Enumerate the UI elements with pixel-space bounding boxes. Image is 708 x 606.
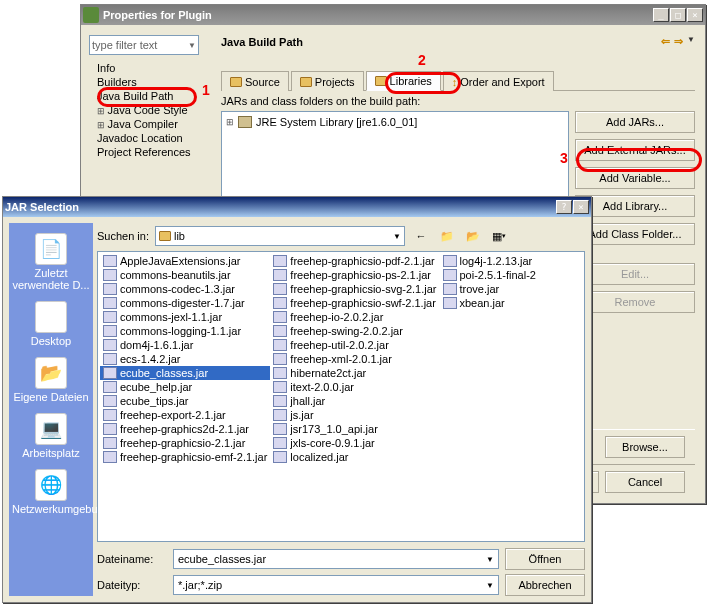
- remove-button[interactable]: Remove: [575, 291, 695, 313]
- tree-item[interactable]: Java Compiler: [97, 117, 207, 131]
- tab-libraries[interactable]: Libraries: [366, 71, 441, 91]
- file-item[interactable]: jsr173_1.0_api.jar: [270, 422, 439, 436]
- filetype-combo[interactable]: *.jar;*.zip▼: [173, 575, 499, 595]
- close-button[interactable]: ×: [687, 8, 703, 22]
- close-button[interactable]: ×: [573, 200, 589, 214]
- chevron-down-icon[interactable]: ▼: [486, 555, 494, 564]
- file-item[interactable]: freehep-graphicsio-2.1.jar: [100, 436, 270, 450]
- filename-input[interactable]: ecube_classes.jar▼: [173, 549, 499, 569]
- tree-item[interactable]: Info: [97, 61, 207, 75]
- edit-button[interactable]: Edit...: [575, 263, 695, 285]
- add-library-button[interactable]: Add Library...: [575, 195, 695, 217]
- file-item[interactable]: jxls-core-0.9.1.jar: [270, 436, 439, 450]
- jar-icon: [103, 325, 117, 337]
- jar-selection-dialog: JAR Selection ? × 📄Zuletzt verwendete D.…: [2, 196, 592, 603]
- add-class-folder-button[interactable]: Add Class Folder...: [575, 223, 695, 245]
- file-item[interactable]: freehep-graphicsio-svg-2.1.jar: [270, 282, 439, 296]
- cancel-button[interactable]: Abbrechen: [505, 574, 585, 596]
- library-icon: [238, 116, 252, 128]
- file-item[interactable]: trove.jar: [440, 282, 583, 296]
- file-item[interactable]: freehep-io-2.0.2.jar: [270, 310, 439, 324]
- chevron-down-icon[interactable]: ▼: [687, 35, 695, 48]
- tree-item-java-build-path[interactable]: Java Build Path: [97, 89, 207, 103]
- look-in-combo[interactable]: lib ▼: [155, 226, 405, 246]
- file-item[interactable]: jhall.jar: [270, 394, 439, 408]
- place-mydocs[interactable]: 📂Eigene Dateien: [12, 353, 90, 407]
- add-jars-button[interactable]: Add JARs...: [575, 111, 695, 133]
- help-button[interactable]: ?: [556, 200, 572, 214]
- place-network[interactable]: 🌐Netzwerkumgebung: [12, 465, 90, 519]
- file-item[interactable]: freehep-graphicsio-swf-2.1.jar: [270, 296, 439, 310]
- annotation-1: 1: [202, 82, 210, 98]
- chevron-down-icon[interactable]: ▼: [188, 41, 196, 50]
- file-item[interactable]: freehep-xml-2.0.1.jar: [270, 352, 439, 366]
- tab-order-export[interactable]: ↕Order and Export: [443, 71, 554, 91]
- file-item[interactable]: commons-digester-1.7.jar: [100, 296, 270, 310]
- back-icon[interactable]: ←: [411, 226, 431, 246]
- add-external-jars-button[interactable]: Add External JARs...: [575, 139, 695, 161]
- file-item[interactable]: commons-beanutils.jar: [100, 268, 270, 282]
- jar-icon: [273, 283, 287, 295]
- file-list[interactable]: AppleJavaExtensions.jarcommons-beanutils…: [97, 251, 585, 542]
- jar-icon: [103, 339, 117, 351]
- file-item[interactable]: poi-2.5.1-final-2: [440, 268, 583, 282]
- file-item[interactable]: freehep-swing-2.0.2.jar: [270, 324, 439, 338]
- place-desktop[interactable]: 🖥Desktop: [12, 297, 90, 351]
- jar-icon: [103, 381, 117, 393]
- filter-input[interactable]: type filter text ▼: [89, 35, 199, 55]
- browse-button[interactable]: Browse...: [605, 436, 685, 458]
- file-item[interactable]: js.jar: [270, 408, 439, 422]
- file-item[interactable]: ecube_help.jar: [100, 380, 270, 394]
- file-item[interactable]: freehep-graphicsio-pdf-2.1.jar: [270, 254, 439, 268]
- file-item[interactable]: log4j-1.2.13.jar: [440, 254, 583, 268]
- list-item[interactable]: JRE System Library [jre1.6.0_01]: [256, 116, 417, 128]
- file-item[interactable]: ecs-1.4.2.jar: [100, 352, 270, 366]
- file-item[interactable]: AppleJavaExtensions.jar: [100, 254, 270, 268]
- jar-icon: [273, 395, 287, 407]
- folder-icon: [375, 76, 387, 86]
- file-item[interactable]: localized.jar: [270, 450, 439, 464]
- file-item[interactable]: ecube_tips.jar: [100, 394, 270, 408]
- expand-icon[interactable]: ⊞: [226, 117, 234, 127]
- jar-icon: [103, 451, 117, 463]
- place-recent[interactable]: 📄Zuletzt verwendete D...: [12, 229, 90, 295]
- file-item[interactable]: freehep-util-2.0.2.jar: [270, 338, 439, 352]
- tree-item[interactable]: Builders: [97, 75, 207, 89]
- file-item[interactable]: freehep-graphicsio-ps-2.1.jar: [270, 268, 439, 282]
- jar-icon: [443, 283, 457, 295]
- file-item[interactable]: dom4j-1.6.1.jar: [100, 338, 270, 352]
- file-item[interactable]: commons-codec-1.3.jar: [100, 282, 270, 296]
- file-item[interactable]: ecube_classes.jar: [100, 366, 270, 380]
- tree-item[interactable]: Java Code Style: [97, 103, 207, 117]
- tree-item[interactable]: Project References: [97, 145, 207, 159]
- file-item[interactable]: itext-2.0.0.jar: [270, 380, 439, 394]
- forward-icon[interactable]: ⇒: [674, 35, 683, 48]
- file-item[interactable]: hibernate2ct.jar: [270, 366, 439, 380]
- file-item[interactable]: commons-jexl-1.1.jar: [100, 310, 270, 324]
- place-computer[interactable]: 💻Arbeitsplatz: [12, 409, 90, 463]
- minimize-button[interactable]: _: [653, 8, 669, 22]
- tree-item[interactable]: Javadoc Location: [97, 131, 207, 145]
- view-menu-icon[interactable]: ▦▾: [489, 226, 509, 246]
- chevron-down-icon[interactable]: ▼: [486, 581, 494, 590]
- file-item[interactable]: freehep-graphics2d-2.1.jar: [100, 422, 270, 436]
- open-button[interactable]: Öffnen: [505, 548, 585, 570]
- jar-icon: [443, 255, 457, 267]
- titlebar[interactable]: Properties for Plugin _ □ ×: [81, 5, 705, 25]
- jar-icon: [273, 339, 287, 351]
- new-folder-icon[interactable]: 📂: [463, 226, 483, 246]
- cancel-button[interactable]: Cancel: [605, 471, 685, 493]
- folder-icon: 📂: [35, 357, 67, 389]
- add-variable-button[interactable]: Add Variable...: [575, 167, 695, 189]
- titlebar[interactable]: JAR Selection ? ×: [3, 197, 591, 217]
- up-icon[interactable]: 📁: [437, 226, 457, 246]
- chevron-down-icon[interactable]: ▼: [393, 232, 401, 241]
- file-item[interactable]: xbean.jar: [440, 296, 583, 310]
- back-icon[interactable]: ⇐: [661, 35, 670, 48]
- maximize-button[interactable]: □: [670, 8, 686, 22]
- file-item[interactable]: freehep-graphicsio-emf-2.1.jar: [100, 450, 270, 464]
- file-item[interactable]: freehep-export-2.1.jar: [100, 408, 270, 422]
- tab-source[interactable]: Source: [221, 71, 289, 91]
- file-item[interactable]: commons-logging-1.1.jar: [100, 324, 270, 338]
- tab-projects[interactable]: Projects: [291, 71, 364, 91]
